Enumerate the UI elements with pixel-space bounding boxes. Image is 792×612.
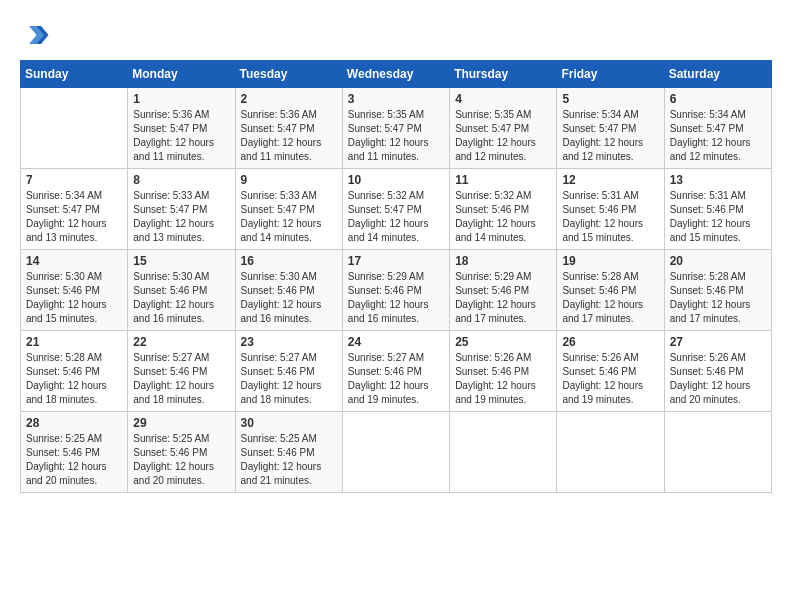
calendar-week-1: 1Sunrise: 5:36 AM Sunset: 5:47 PM Daylig… — [21, 88, 772, 169]
calendar-cell: 1Sunrise: 5:36 AM Sunset: 5:47 PM Daylig… — [128, 88, 235, 169]
calendar-week-5: 28Sunrise: 5:25 AM Sunset: 5:46 PM Dayli… — [21, 412, 772, 493]
day-number: 4 — [455, 92, 551, 106]
day-info: Sunrise: 5:25 AM Sunset: 5:46 PM Dayligh… — [133, 432, 229, 488]
day-number: 20 — [670, 254, 766, 268]
day-number: 13 — [670, 173, 766, 187]
calendar-cell: 5Sunrise: 5:34 AM Sunset: 5:47 PM Daylig… — [557, 88, 664, 169]
calendar-cell: 28Sunrise: 5:25 AM Sunset: 5:46 PM Dayli… — [21, 412, 128, 493]
day-info: Sunrise: 5:26 AM Sunset: 5:46 PM Dayligh… — [670, 351, 766, 407]
day-number: 5 — [562, 92, 658, 106]
day-number: 24 — [348, 335, 444, 349]
day-number: 26 — [562, 335, 658, 349]
day-number: 19 — [562, 254, 658, 268]
calendar-cell — [342, 412, 449, 493]
day-info: Sunrise: 5:28 AM Sunset: 5:46 PM Dayligh… — [562, 270, 658, 326]
day-info: Sunrise: 5:33 AM Sunset: 5:47 PM Dayligh… — [241, 189, 337, 245]
day-info: Sunrise: 5:29 AM Sunset: 5:46 PM Dayligh… — [455, 270, 551, 326]
day-number: 21 — [26, 335, 122, 349]
day-info: Sunrise: 5:30 AM Sunset: 5:46 PM Dayligh… — [133, 270, 229, 326]
day-number: 2 — [241, 92, 337, 106]
calendar-cell: 18Sunrise: 5:29 AM Sunset: 5:46 PM Dayli… — [450, 250, 557, 331]
day-info: Sunrise: 5:28 AM Sunset: 5:46 PM Dayligh… — [26, 351, 122, 407]
calendar-week-2: 7Sunrise: 5:34 AM Sunset: 5:47 PM Daylig… — [21, 169, 772, 250]
day-info: Sunrise: 5:32 AM Sunset: 5:47 PM Dayligh… — [348, 189, 444, 245]
calendar-cell: 8Sunrise: 5:33 AM Sunset: 5:47 PM Daylig… — [128, 169, 235, 250]
calendar-cell: 20Sunrise: 5:28 AM Sunset: 5:46 PM Dayli… — [664, 250, 771, 331]
day-number: 25 — [455, 335, 551, 349]
day-number: 7 — [26, 173, 122, 187]
calendar-cell — [557, 412, 664, 493]
day-header-saturday: Saturday — [664, 61, 771, 88]
calendar-cell: 2Sunrise: 5:36 AM Sunset: 5:47 PM Daylig… — [235, 88, 342, 169]
day-number: 30 — [241, 416, 337, 430]
calendar-cell: 21Sunrise: 5:28 AM Sunset: 5:46 PM Dayli… — [21, 331, 128, 412]
day-info: Sunrise: 5:28 AM Sunset: 5:46 PM Dayligh… — [670, 270, 766, 326]
day-number: 9 — [241, 173, 337, 187]
day-info: Sunrise: 5:27 AM Sunset: 5:46 PM Dayligh… — [133, 351, 229, 407]
day-number: 14 — [26, 254, 122, 268]
day-info: Sunrise: 5:34 AM Sunset: 5:47 PM Dayligh… — [26, 189, 122, 245]
calendar-cell: 30Sunrise: 5:25 AM Sunset: 5:46 PM Dayli… — [235, 412, 342, 493]
day-number: 29 — [133, 416, 229, 430]
logo-icon — [20, 20, 50, 50]
calendar-cell: 12Sunrise: 5:31 AM Sunset: 5:46 PM Dayli… — [557, 169, 664, 250]
calendar-cell: 4Sunrise: 5:35 AM Sunset: 5:47 PM Daylig… — [450, 88, 557, 169]
day-number: 3 — [348, 92, 444, 106]
day-header-tuesday: Tuesday — [235, 61, 342, 88]
page-header — [20, 20, 772, 50]
day-number: 18 — [455, 254, 551, 268]
day-header-wednesday: Wednesday — [342, 61, 449, 88]
calendar-cell — [21, 88, 128, 169]
calendar-cell: 25Sunrise: 5:26 AM Sunset: 5:46 PM Dayli… — [450, 331, 557, 412]
day-number: 23 — [241, 335, 337, 349]
day-info: Sunrise: 5:36 AM Sunset: 5:47 PM Dayligh… — [133, 108, 229, 164]
day-info: Sunrise: 5:31 AM Sunset: 5:46 PM Dayligh… — [670, 189, 766, 245]
calendar-cell: 13Sunrise: 5:31 AM Sunset: 5:46 PM Dayli… — [664, 169, 771, 250]
calendar-cell: 7Sunrise: 5:34 AM Sunset: 5:47 PM Daylig… — [21, 169, 128, 250]
day-info: Sunrise: 5:30 AM Sunset: 5:46 PM Dayligh… — [241, 270, 337, 326]
day-info: Sunrise: 5:36 AM Sunset: 5:47 PM Dayligh… — [241, 108, 337, 164]
day-info: Sunrise: 5:35 AM Sunset: 5:47 PM Dayligh… — [455, 108, 551, 164]
day-info: Sunrise: 5:26 AM Sunset: 5:46 PM Dayligh… — [455, 351, 551, 407]
calendar-week-4: 21Sunrise: 5:28 AM Sunset: 5:46 PM Dayli… — [21, 331, 772, 412]
day-number: 6 — [670, 92, 766, 106]
calendar-cell: 11Sunrise: 5:32 AM Sunset: 5:46 PM Dayli… — [450, 169, 557, 250]
calendar-cell: 26Sunrise: 5:26 AM Sunset: 5:46 PM Dayli… — [557, 331, 664, 412]
day-info: Sunrise: 5:31 AM Sunset: 5:46 PM Dayligh… — [562, 189, 658, 245]
calendar-week-3: 14Sunrise: 5:30 AM Sunset: 5:46 PM Dayli… — [21, 250, 772, 331]
day-info: Sunrise: 5:29 AM Sunset: 5:46 PM Dayligh… — [348, 270, 444, 326]
calendar-header-row: SundayMondayTuesdayWednesdayThursdayFrid… — [21, 61, 772, 88]
day-number: 27 — [670, 335, 766, 349]
day-number: 22 — [133, 335, 229, 349]
day-number: 28 — [26, 416, 122, 430]
calendar-cell — [450, 412, 557, 493]
calendar-cell — [664, 412, 771, 493]
day-info: Sunrise: 5:25 AM Sunset: 5:46 PM Dayligh… — [241, 432, 337, 488]
calendar-cell: 16Sunrise: 5:30 AM Sunset: 5:46 PM Dayli… — [235, 250, 342, 331]
day-info: Sunrise: 5:27 AM Sunset: 5:46 PM Dayligh… — [348, 351, 444, 407]
calendar-cell: 19Sunrise: 5:28 AM Sunset: 5:46 PM Dayli… — [557, 250, 664, 331]
day-info: Sunrise: 5:32 AM Sunset: 5:46 PM Dayligh… — [455, 189, 551, 245]
day-info: Sunrise: 5:26 AM Sunset: 5:46 PM Dayligh… — [562, 351, 658, 407]
day-info: Sunrise: 5:34 AM Sunset: 5:47 PM Dayligh… — [562, 108, 658, 164]
calendar-cell: 23Sunrise: 5:27 AM Sunset: 5:46 PM Dayli… — [235, 331, 342, 412]
calendar-cell: 27Sunrise: 5:26 AM Sunset: 5:46 PM Dayli… — [664, 331, 771, 412]
day-number: 1 — [133, 92, 229, 106]
calendar-cell: 22Sunrise: 5:27 AM Sunset: 5:46 PM Dayli… — [128, 331, 235, 412]
day-header-sunday: Sunday — [21, 61, 128, 88]
day-header-thursday: Thursday — [450, 61, 557, 88]
day-number: 11 — [455, 173, 551, 187]
day-info: Sunrise: 5:25 AM Sunset: 5:46 PM Dayligh… — [26, 432, 122, 488]
day-number: 8 — [133, 173, 229, 187]
day-number: 16 — [241, 254, 337, 268]
day-info: Sunrise: 5:33 AM Sunset: 5:47 PM Dayligh… — [133, 189, 229, 245]
day-number: 10 — [348, 173, 444, 187]
day-info: Sunrise: 5:27 AM Sunset: 5:46 PM Dayligh… — [241, 351, 337, 407]
calendar-cell: 10Sunrise: 5:32 AM Sunset: 5:47 PM Dayli… — [342, 169, 449, 250]
day-info: Sunrise: 5:34 AM Sunset: 5:47 PM Dayligh… — [670, 108, 766, 164]
day-info: Sunrise: 5:30 AM Sunset: 5:46 PM Dayligh… — [26, 270, 122, 326]
day-header-friday: Friday — [557, 61, 664, 88]
calendar-table: SundayMondayTuesdayWednesdayThursdayFrid… — [20, 60, 772, 493]
day-header-monday: Monday — [128, 61, 235, 88]
calendar-cell: 29Sunrise: 5:25 AM Sunset: 5:46 PM Dayli… — [128, 412, 235, 493]
